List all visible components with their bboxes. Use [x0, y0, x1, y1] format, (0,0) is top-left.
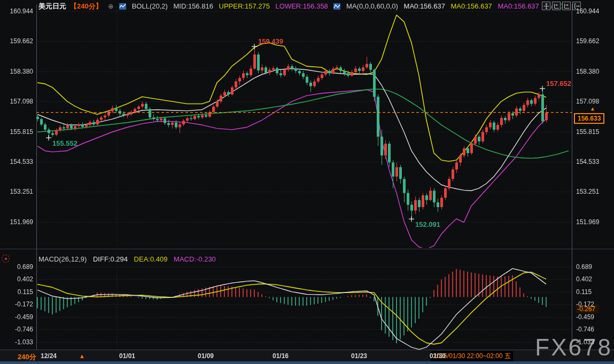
price-axis-label-left: 155.815	[0, 128, 33, 136]
ma0-magenta-value: MA0:156.637	[498, 2, 539, 10]
chart-toolbar	[542, 2, 581, 10]
macd-axis-label-right: -0.172	[576, 300, 594, 308]
price-axis-label-right: 159.662	[576, 37, 599, 45]
price-axis-label-left: 158.380	[0, 68, 33, 75]
macd-axis-label-right: 0.115	[576, 288, 592, 296]
macd-axis-label-left: 0.402	[0, 275, 33, 283]
pan-right-icon[interactable]	[562, 2, 571, 10]
time-axis-label: 01/09	[198, 352, 214, 360]
time-axis-label: 01/23	[351, 352, 367, 360]
macd-axis-label-right: -0.459	[576, 313, 594, 321]
macd-axis-label-right: 0.689	[576, 263, 592, 271]
last-price-badge: 156.633	[574, 113, 604, 124]
price-axis-label-left: 157.098	[0, 98, 33, 105]
boll-label[interactable]: BOLL(20,2)	[132, 2, 168, 10]
interval-label[interactable]: 【240分】	[70, 2, 103, 10]
macd-axis-label-left: -0.172	[0, 300, 33, 308]
macd-axis-label-right: -1.033	[576, 338, 594, 346]
price-axis-label-right: 157.098	[576, 98, 599, 105]
price-axis-label-right: 151.969	[576, 218, 599, 226]
macd-axis-label-right: -0.746	[576, 326, 594, 333]
move-icon[interactable]	[542, 2, 550, 10]
price-marker-arrow: ▲	[590, 106, 595, 112]
macd-axis-label-left: -1.033	[0, 338, 33, 346]
add-indicator-icon[interactable]: ⊕	[108, 3, 113, 10]
price-axis-label-right: 158.380	[576, 68, 599, 75]
time-axis-label: 01/01	[119, 352, 135, 360]
ma-indicator-icon[interactable]	[333, 3, 340, 10]
ma-label[interactable]: MA(0,0,0,60,0,0)	[346, 2, 398, 10]
macd-legend: MACD(26,12,9) DIFF:0.294 DEA:0.409 MACD:…	[38, 255, 220, 263]
main-legend: 美元日元【240分】 ⊕ BOLL(20,2) MID:156.816 UPPE…	[38, 2, 569, 11]
price-axis-label-left: 153.251	[0, 188, 33, 195]
time-axis-label: 12/24	[41, 352, 57, 360]
price-axis-label-right: 153.251	[576, 188, 599, 195]
high-price-annotation: 157.652	[546, 80, 571, 88]
symbol-name: 美元日元	[38, 2, 66, 10]
macd-axis-label-left: -0.459	[0, 313, 33, 321]
macd-axis-label-left: -0.746	[0, 326, 33, 333]
low-price-annotation: 152.091	[415, 220, 440, 228]
macd-axis-label-right: 0.402	[576, 275, 592, 283]
macd-label[interactable]: MACD(26,12,9)	[38, 255, 87, 263]
low-price-annotation: 155.552	[52, 139, 77, 147]
period-button[interactable]: 240分	[18, 352, 36, 362]
price-axis-label-left: 159.662	[0, 37, 33, 45]
time-axis-label: 01/16	[273, 352, 289, 360]
boll-upper-value: UPPER:157.275	[219, 2, 270, 10]
chart-canvas[interactable]	[0, 0, 614, 364]
fx678-watermark: FX678	[535, 334, 612, 361]
price-axis-label-right: 160.944	[576, 7, 599, 15]
price-axis-label-left: 160.944	[0, 7, 33, 15]
boll-indicator-icon[interactable]	[119, 3, 126, 10]
price-axis-label-left: 151.969	[0, 218, 33, 226]
price-axis-label-left: 154.533	[0, 158, 33, 165]
boll-lower-value: LOWER:156.358	[276, 2, 328, 10]
boll-mid-value: MID:156.816	[173, 2, 213, 10]
time-axis-label: 01/30	[430, 352, 446, 360]
high-price-annotation: 159.439	[258, 37, 283, 45]
macd-diff-value: DIFF:0.294	[93, 255, 128, 263]
ma0-white-value: MA0:156.637	[404, 2, 445, 10]
macd-axis-label-left: 0.689	[0, 263, 33, 271]
ma0-yellow-value: MA0:156.637	[451, 2, 492, 10]
macd-dea-value: DEA:0.409	[134, 255, 168, 263]
price-axis-label-right: 155.815	[576, 128, 599, 136]
period-dropdown-icon[interactable]: ▲	[79, 353, 85, 359]
fx-chart-app: 美元日元【240分】 ⊕ BOLL(20,2) MID:156.816 UPPE…	[0, 0, 614, 364]
macd-axis-label-left: 0.115	[0, 288, 33, 296]
price-axis-label-right: 154.533	[576, 158, 599, 165]
macd-hist-value: MACD:-0.230	[174, 255, 216, 263]
macd-settings-icon[interactable]	[2, 255, 10, 263]
pan-left-icon[interactable]	[552, 2, 561, 10]
